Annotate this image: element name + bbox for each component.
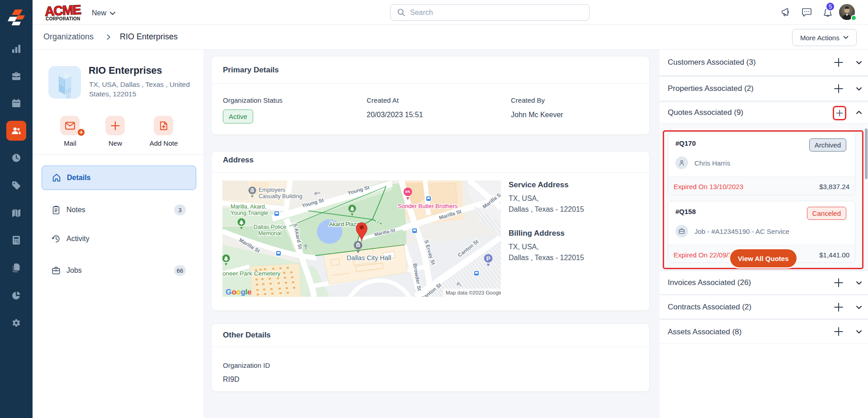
svg-text:CORPORATION: CORPORATION xyxy=(46,16,80,21)
svg-text:oneer Park Cemetery: oneer Park Cemetery xyxy=(222,270,281,277)
svg-text:Dallas Police: Dallas Police xyxy=(254,224,286,230)
svg-text:P: P xyxy=(486,255,491,262)
svg-text:o: o xyxy=(236,288,241,296)
svg-text:G: G xyxy=(226,288,231,296)
svg-text:Sonder Butler Brothers: Sonder Butler Brothers xyxy=(398,203,458,209)
svg-text:o: o xyxy=(232,288,236,296)
svg-text:Dallas City Hall: Dallas City Hall xyxy=(347,254,391,261)
svg-text:g: g xyxy=(241,288,245,296)
svg-text:Employers: Employers xyxy=(259,187,285,193)
svg-text:Marilla, Akard,: Marilla, Akard, xyxy=(231,204,266,210)
svg-text:e: e xyxy=(247,288,251,296)
svg-text:Memorial: Memorial xyxy=(258,230,281,237)
svg-text:Akard Plaza: Akard Plaza xyxy=(329,221,359,228)
svg-text:Casualty Building: Casualty Building xyxy=(259,193,302,200)
svg-text:Young Triangle: Young Triangle xyxy=(231,210,268,216)
svg-text:Map data ©2023 Google: Map data ©2023 Google xyxy=(446,290,501,295)
